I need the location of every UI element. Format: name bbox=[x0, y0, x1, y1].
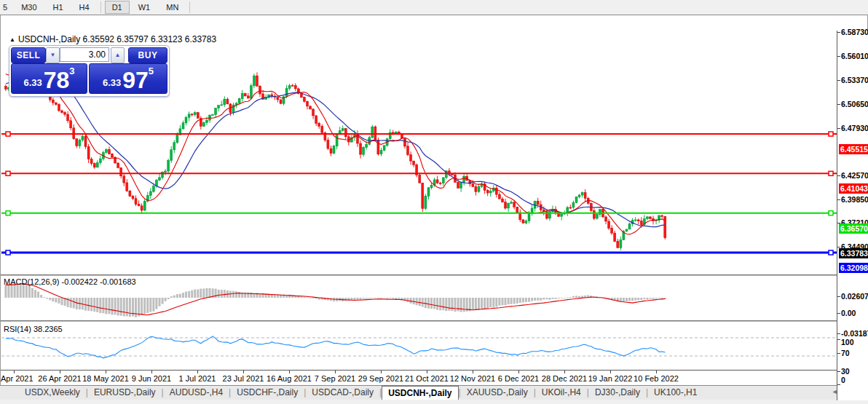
macd-label: MACD(12,26,9) -0.002422 -0.001683 bbox=[4, 277, 136, 286]
ask-prefix: 6.33 bbox=[103, 77, 121, 88]
chart-title: ▲USDCNH-,Daily 6.35592 6.35797 6.33123 6… bbox=[9, 34, 216, 44]
tab-uk100-h1[interactable]: UK100-,H1 bbox=[648, 386, 703, 400]
date-tick-label: 16 Aug 2021 bbox=[267, 374, 312, 383]
date-tick-mark bbox=[106, 371, 106, 373]
rsi-tick-label: 70 bbox=[841, 349, 850, 357]
date-tick-label: 1 Jul 2021 bbox=[179, 374, 216, 383]
hline-price-label: 6.36570 bbox=[839, 223, 868, 234]
date-tick-mark bbox=[427, 371, 427, 373]
date-tick-mark bbox=[289, 371, 290, 373]
rsi-tick-label: 0 bbox=[841, 376, 845, 384]
date-tick-label: 1 Apr 2021 bbox=[0, 374, 33, 383]
date-tick-label: 12 Nov 2021 bbox=[450, 374, 495, 383]
hline-handle[interactable] bbox=[829, 250, 833, 255]
period-toolbar: 5M30H1H4D1W1MN bbox=[0, 0, 868, 15]
date-tick-label: 23 Jul 2021 bbox=[223, 374, 264, 383]
volume-input[interactable] bbox=[60, 47, 109, 62]
date-tick-label: 9 Jun 2021 bbox=[132, 374, 171, 383]
hline-handle[interactable] bbox=[829, 171, 833, 175]
price-tick-mark bbox=[837, 247, 840, 247]
price-tick-mark bbox=[837, 175, 840, 176]
status-strip bbox=[0, 400, 868, 404]
macd-tick-label: 0.02607 bbox=[841, 292, 868, 301]
tab-usdx-weekly[interactable]: USDX,Weekly bbox=[19, 386, 86, 400]
price-tick-label: 6.53370 bbox=[841, 76, 868, 84]
price-tick-mark bbox=[837, 104, 840, 105]
sell-button[interactable]: SELL bbox=[11, 47, 46, 63]
rsi-tick-mark bbox=[837, 353, 840, 354]
tab-usdchf-daily[interactable]: USDCHF-,Daily bbox=[231, 386, 304, 400]
hline-price-label: 6.32098 bbox=[839, 263, 868, 273]
time-axis[interactable]: 1 Apr 202126 Apr 202118 May 20219 Jun 20… bbox=[1, 370, 837, 385]
bid-superscript: 3 bbox=[69, 66, 74, 76]
collapse-triangle-icon[interactable]: ▲ bbox=[9, 36, 15, 43]
date-tick-label: 21 Oct 2021 bbox=[405, 374, 449, 383]
macd-tick-mark bbox=[837, 313, 840, 314]
ask-main: 97 bbox=[122, 69, 149, 91]
sell-price-button[interactable]: 6.33 78 3 bbox=[11, 63, 87, 94]
pane-separator-2[interactable] bbox=[1, 320, 837, 322]
chart-window: ▲USDCNH-,Daily 6.35592 6.35797 6.33123 6… bbox=[0, 15, 868, 385]
date-tick-mark bbox=[14, 371, 15, 373]
period-button-m30[interactable]: M30 bbox=[14, 1, 44, 14]
date-tick-label: 18 May 2021 bbox=[82, 374, 129, 383]
rsi-tick-label: 30 bbox=[841, 367, 850, 376]
price-tick-label: 6.42570 bbox=[841, 171, 868, 180]
rsi-label: RSI(14) 38.2365 bbox=[4, 325, 63, 333]
date-tick-mark bbox=[197, 371, 198, 373]
hline-handle[interactable] bbox=[829, 211, 833, 215]
date-tick-mark bbox=[335, 371, 336, 373]
price-tick-label: 6.56010 bbox=[841, 52, 868, 60]
price-tick-label: 6.58730 bbox=[841, 28, 868, 36]
macd-tick-label: -0.03187 bbox=[841, 329, 868, 338]
tab-dj30-daily[interactable]: DJ30-,Daily bbox=[589, 386, 646, 400]
period-button-d1[interactable]: D1 bbox=[105, 1, 130, 14]
macd-tick-mark bbox=[837, 333, 840, 334]
tab-usdcad-daily[interactable]: USDCAD-,Daily bbox=[306, 386, 379, 400]
hline-handle[interactable] bbox=[6, 211, 10, 215]
price-tick-mark bbox=[837, 128, 840, 129]
volume-decrease-button[interactable]: ▼ bbox=[46, 47, 60, 63]
date-tick-label: 7 Sep 2021 bbox=[315, 374, 355, 383]
one-click-trading-panel: SELL ▼ ▲ BUY 6.33 78 3 6.33 97 5 bbox=[9, 45, 170, 97]
bid-prefix: 6.33 bbox=[23, 77, 42, 88]
period-button-w1[interactable]: W1 bbox=[131, 1, 158, 14]
date-tick-mark bbox=[656, 371, 657, 373]
tab-ukoil-h4[interactable]: UKOil-,H4 bbox=[536, 386, 587, 400]
symbol-tab-bar: USDX,Weekly|EURUSD-,Daily|AUDUSD-,H4|USD… bbox=[0, 385, 868, 400]
macd-tick-label: 0.00 bbox=[841, 309, 856, 317]
chart-title-symbol: USDCNH-,Daily bbox=[18, 34, 80, 44]
period-button-mn[interactable]: MN bbox=[159, 1, 186, 14]
volume-increase-button[interactable]: ▲ bbox=[111, 47, 125, 63]
date-tick-mark bbox=[473, 371, 473, 373]
price-tick-mark bbox=[837, 32, 840, 33]
hline-handle[interactable] bbox=[6, 132, 10, 136]
hline-handle[interactable] bbox=[6, 250, 10, 255]
tab-audusd-h4[interactable]: AUDUSD-,H4 bbox=[164, 386, 229, 400]
tab-xauusd-daily[interactable]: XAUUSD-,Daily bbox=[461, 386, 534, 400]
price-tick-mark bbox=[837, 80, 840, 81]
bid-main: 78 bbox=[44, 69, 70, 91]
date-tick-mark bbox=[564, 371, 565, 373]
period-button-h4[interactable]: H4 bbox=[72, 1, 97, 14]
tab-usdcnh-daily[interactable]: USDCNH-,Daily bbox=[382, 386, 458, 400]
rsi-tick-mark bbox=[837, 371, 840, 372]
date-tick-mark bbox=[610, 371, 611, 373]
hline-handle[interactable] bbox=[6, 171, 10, 175]
period-button-h1[interactable]: H1 bbox=[46, 1, 71, 14]
buy-price-button[interactable]: 6.33 97 5 bbox=[89, 63, 167, 94]
price-tick-mark bbox=[837, 199, 840, 200]
buy-button[interactable]: BUY bbox=[128, 47, 167, 63]
rsi-indicator-pane[interactable] bbox=[1, 322, 837, 370]
period-button-5[interactable]: 5 bbox=[1, 1, 12, 14]
rsi-tick-mark bbox=[837, 339, 840, 340]
price-tick-label: 6.39850 bbox=[841, 195, 868, 204]
hline-handle[interactable] bbox=[829, 132, 833, 136]
date-tick-mark bbox=[518, 371, 519, 373]
hline-price-label: 6.41043 bbox=[839, 183, 868, 194]
hline-price-label: 6.45515 bbox=[839, 144, 868, 154]
chart-title-ohlc: 6.35592 6.35797 6.33123 6.33783 bbox=[83, 34, 217, 44]
ask-superscript: 5 bbox=[149, 66, 154, 76]
price-axis[interactable]: 6.587306.560106.533706.506506.479306.425… bbox=[837, 31, 868, 400]
tab-eurusd-daily[interactable]: EURUSD-,Daily bbox=[88, 386, 162, 400]
